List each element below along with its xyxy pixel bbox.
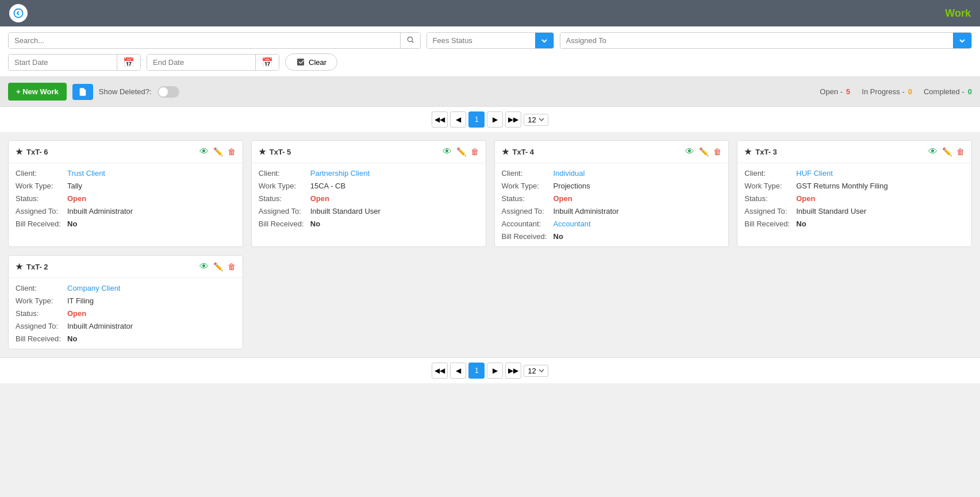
end-date-calendar-button[interactable]: 📅 bbox=[255, 55, 279, 70]
assignedto-label-txt6: Assigned To: bbox=[16, 207, 67, 215]
bottom-next-page-button[interactable]: ▶ bbox=[487, 363, 503, 379]
export-button[interactable] bbox=[72, 84, 93, 100]
star-icon-txt5[interactable]: ★ bbox=[259, 147, 266, 156]
top-pagination: ◀◀ ◀ 1 ▶ ▶▶ 12 bbox=[0, 107, 980, 132]
assignedto-label-txt3: Assigned To: bbox=[744, 207, 796, 215]
completed-count: 0 bbox=[968, 87, 972, 96]
status-row-txt5: Status: Open bbox=[259, 194, 479, 203]
edit-icon-txt2[interactable]: ✏️ bbox=[213, 262, 223, 271]
delete-icon-txt4[interactable]: 🗑 bbox=[713, 147, 721, 156]
client-value-txt3[interactable]: HUF Client bbox=[796, 169, 833, 178]
fees-status-dropdown[interactable] bbox=[535, 33, 554, 48]
new-work-button[interactable]: + New Work bbox=[8, 83, 67, 101]
assigned-to-input[interactable] bbox=[560, 33, 954, 48]
client-label-txt2: Client: bbox=[16, 284, 67, 292]
end-date-input[interactable] bbox=[147, 55, 255, 70]
status-row-txt6: Status: Open bbox=[16, 194, 236, 203]
client-value-txt5[interactable]: Partnership Client bbox=[310, 169, 370, 178]
worktype-row-txt5: Work Type: 15CA - CB bbox=[259, 182, 479, 190]
card-title-txt3: ★ TxT- 3 bbox=[744, 147, 777, 156]
assignedto-row-txt6: Assigned To: Inbuilt Administrator bbox=[16, 207, 236, 215]
clear-button[interactable]: Clear bbox=[285, 53, 337, 71]
card-header-txt2: ★ TxT- 2 👁 ✏️ 🗑 bbox=[9, 256, 243, 278]
worktype-row-txt2: Work Type: IT Filing bbox=[16, 296, 236, 305]
card-id-txt2: TxT- 2 bbox=[26, 263, 48, 271]
billreceived-row-txt4: Bill Received: No bbox=[502, 232, 722, 241]
assignedto-label-txt5: Assigned To: bbox=[259, 207, 310, 215]
view-icon-txt3[interactable]: 👁 bbox=[928, 147, 937, 157]
assignedto-row-txt2: Assigned To: Inbuilt Administrator bbox=[16, 322, 236, 330]
show-deleted-toggle[interactable] bbox=[157, 86, 179, 98]
client-value-txt4[interactable]: Individual bbox=[554, 169, 585, 178]
bottom-page-size-select[interactable]: 12 bbox=[524, 365, 548, 377]
view-icon-txt5[interactable]: 👁 bbox=[443, 147, 452, 157]
billreceived-label-txt3: Bill Received: bbox=[744, 219, 796, 228]
fees-status-input[interactable] bbox=[427, 33, 535, 48]
card-id-txt6: TxT- 6 bbox=[26, 148, 48, 156]
show-deleted-label: Show Deleted?: bbox=[99, 87, 152, 96]
card-id-txt3: TxT- 3 bbox=[755, 148, 777, 156]
page-1-button[interactable]: 1 bbox=[468, 111, 485, 128]
status-row-txt2: Status: Open bbox=[16, 309, 236, 318]
first-page-button[interactable]: ◀◀ bbox=[432, 111, 448, 128]
delete-icon-txt3[interactable]: 🗑 bbox=[956, 147, 964, 156]
client-value-txt6[interactable]: Trust Client bbox=[67, 169, 105, 178]
start-date-wrap: 📅 bbox=[8, 54, 141, 71]
page-size-select[interactable]: 12 bbox=[524, 114, 548, 126]
stats-area: Open - 5 In Progress - 0 Completed - 0 bbox=[820, 87, 972, 96]
start-date-calendar-button[interactable]: 📅 bbox=[117, 55, 140, 70]
start-date-input[interactable] bbox=[9, 55, 117, 70]
bottom-last-page-button[interactable]: ▶▶ bbox=[505, 363, 521, 379]
billreceived-label-txt2: Bill Received: bbox=[16, 334, 67, 343]
edit-icon-txt6[interactable]: ✏️ bbox=[213, 147, 223, 156]
assigned-to-wrap bbox=[560, 32, 973, 49]
worktype-value-txt5: 15CA - CB bbox=[310, 182, 345, 190]
svg-point-0 bbox=[14, 9, 23, 18]
search-input[interactable] bbox=[9, 33, 400, 48]
delete-icon-txt5[interactable]: 🗑 bbox=[471, 147, 479, 156]
open-label: Open - bbox=[820, 87, 843, 96]
star-icon-txt3[interactable]: ★ bbox=[744, 147, 752, 156]
client-value-txt2[interactable]: Company Client bbox=[67, 284, 121, 292]
delete-icon-txt6[interactable]: 🗑 bbox=[228, 147, 236, 156]
assigned-to-dropdown[interactable] bbox=[953, 33, 971, 48]
worktype-row-txt3: Work Type: GST Returns Monthly Filing bbox=[744, 182, 964, 190]
view-icon-txt4[interactable]: 👁 bbox=[685, 147, 694, 157]
bottom-first-page-button[interactable]: ◀◀ bbox=[432, 363, 448, 379]
card-body-txt3: Client: HUF Client Work Type: GST Return… bbox=[737, 163, 971, 234]
accountant-label-txt4: Accountant: bbox=[502, 219, 554, 228]
view-icon-txt2[interactable]: 👁 bbox=[199, 261, 209, 272]
bottom-prev-page-button[interactable]: ◀ bbox=[450, 363, 466, 379]
work-card-txt3: ★ TxT- 3 👁 ✏️ 🗑 Client: HUF Client Work … bbox=[737, 140, 972, 247]
bottom-page-1-button[interactable]: 1 bbox=[468, 363, 485, 379]
card-header-txt6: ★ TxT- 6 👁 ✏️ 🗑 bbox=[9, 141, 243, 163]
next-page-button[interactable]: ▶ bbox=[487, 111, 503, 128]
billreceived-value-txt4: No bbox=[554, 232, 563, 241]
back-button[interactable] bbox=[9, 4, 28, 22]
client-row-txt5: Client: Partnership Client bbox=[259, 169, 479, 178]
bottom-pagination: ◀◀ ◀ 1 ▶ ▶▶ 12 bbox=[0, 357, 980, 383]
star-icon-txt4[interactable]: ★ bbox=[502, 147, 509, 156]
card-id-txt5: TxT- 5 bbox=[270, 148, 291, 156]
edit-icon-txt5[interactable]: ✏️ bbox=[456, 147, 466, 156]
last-page-button[interactable]: ▶▶ bbox=[505, 111, 521, 128]
star-icon-txt6[interactable]: ★ bbox=[16, 147, 23, 156]
delete-icon-txt2[interactable]: 🗑 bbox=[228, 262, 236, 271]
card-id-txt4: TxT- 4 bbox=[513, 148, 535, 156]
card-actions-txt4: 👁 ✏️ 🗑 bbox=[685, 147, 721, 157]
accountant-value-txt4[interactable]: Accountant bbox=[554, 219, 591, 228]
card-actions-txt2: 👁 ✏️ 🗑 bbox=[199, 261, 236, 272]
card-actions-txt3: 👁 ✏️ 🗑 bbox=[928, 147, 964, 157]
prev-page-button[interactable]: ◀ bbox=[450, 111, 466, 128]
edit-icon-txt4[interactable]: ✏️ bbox=[699, 147, 709, 156]
star-icon-txt2[interactable]: ★ bbox=[16, 262, 23, 271]
search-button[interactable] bbox=[400, 33, 420, 48]
card-body-txt5: Client: Partnership Client Work Type: 15… bbox=[252, 163, 486, 234]
bottom-page-size-value: 12 bbox=[528, 367, 536, 375]
edit-icon-txt3[interactable]: ✏️ bbox=[942, 147, 952, 156]
status-value-txt5: Open bbox=[310, 194, 329, 203]
view-icon-txt6[interactable]: 👁 bbox=[199, 147, 209, 157]
status-value-txt6: Open bbox=[67, 194, 86, 203]
in-progress-count: 0 bbox=[908, 87, 912, 96]
worktype-value-txt4: Projections bbox=[554, 182, 590, 190]
